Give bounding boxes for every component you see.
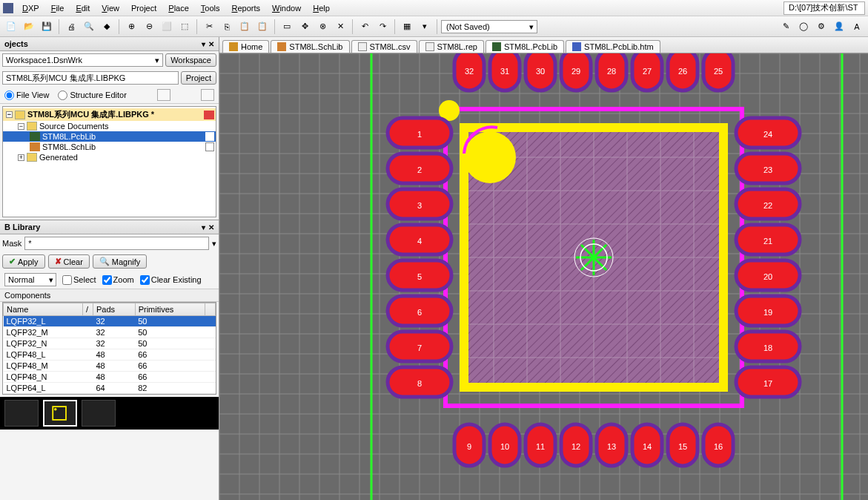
zoom-out-button[interactable]: ⊖	[141, 19, 157, 35]
panel-close-icon[interactable]: ✕	[208, 40, 214, 48]
project-tree[interactable]: − STM8L系列MCU 集成库.LIBPKG * − Source Docum…	[2, 106, 216, 217]
pad-24[interactable]: 24	[736, 118, 800, 148]
project-button[interactable]: Project	[181, 71, 216, 85]
zoom-select-button[interactable]: ⬚	[176, 19, 193, 35]
pad-23[interactable]: 23	[736, 154, 800, 183]
pad-1[interactable]: 1	[388, 118, 451, 148]
col-name[interactable]: Name	[4, 303, 83, 316]
pad-14[interactable]: 14	[632, 424, 662, 466]
pad-30[interactable]: 30	[526, 53, 555, 91]
tree-schlib[interactable]: STM8L.SchLib	[3, 142, 216, 152]
pad-16[interactable]: 16	[703, 424, 733, 466]
table-row[interactable]: LQFP64_L6482	[4, 383, 216, 394]
preview-button[interactable]: 🔍	[81, 19, 97, 35]
pad-5[interactable]: 5	[388, 260, 451, 290]
tab-stm8l-pcblib[interactable]: STM8L.PcbLib	[486, 40, 564, 53]
table-row[interactable]: LQFP48_M4866	[4, 361, 216, 372]
pad-13[interactable]: 13	[597, 424, 626, 466]
apply-button[interactable]: ✔Apply	[2, 254, 45, 269]
table-row[interactable]: LQFP48_L4866	[4, 349, 216, 361]
menu-window[interactable]: Window	[266, 2, 307, 14]
pad-11[interactable]: 11	[526, 424, 555, 466]
tab-stm8l-pcblib-htm[interactable]: STM8L.PcbLib.htm	[566, 40, 660, 53]
tool-pencil-button[interactable]: ✎	[778, 19, 794, 35]
pad-22[interactable]: 22	[736, 189, 800, 219]
undo-button[interactable]: ↶	[357, 19, 373, 35]
table-row[interactable]: LQFP32_M3250	[4, 327, 216, 338]
grid-button[interactable]: ▦	[399, 19, 415, 35]
tool-text-button[interactable]: A	[849, 19, 865, 35]
pad-4[interactable]: 4	[388, 225, 451, 254]
clear-button[interactable]: ✘Clear	[48, 254, 90, 269]
menu-reports[interactable]: Reports	[226, 2, 267, 14]
snap-combo[interactable]: (Not Saved)	[441, 20, 537, 33]
menu-view[interactable]: View	[96, 2, 125, 14]
menu-project[interactable]: Project	[125, 2, 162, 14]
menu-dxp[interactable]: DXP	[16, 2, 45, 14]
pad-21[interactable]: 21	[736, 225, 800, 254]
pad-28[interactable]: 28	[597, 53, 626, 91]
panel-tool-2[interactable]	[201, 89, 214, 101]
pad-20[interactable]: 20	[736, 260, 800, 290]
pad-2[interactable]: 2	[388, 154, 451, 183]
pad-32[interactable]: 32	[454, 53, 484, 91]
workspace-combo[interactable]: Workspace1.DsnWrk ▾	[2, 53, 163, 67]
pcb-canvas[interactable]: 1 2 3 4 5 6 7 8 24 23 22 21 20 19	[219, 53, 868, 500]
pad-6[interactable]: 6	[388, 296, 451, 326]
thumbnail-1[interactable]	[4, 400, 39, 427]
print-button[interactable]: 🖨	[63, 19, 79, 35]
new-button[interactable]: 📄	[3, 19, 19, 35]
paste-special-button[interactable]: 📋	[254, 19, 271, 35]
project-name-field[interactable]	[2, 71, 179, 85]
menu-tools[interactable]: Tools	[195, 2, 226, 14]
move-button[interactable]: ✥	[296, 19, 313, 35]
table-row[interactable]: LQFP32_N3250	[4, 338, 216, 349]
tree-source-docs[interactable]: − Source Documents	[3, 121, 216, 131]
workspace-button[interactable]: Workspace	[165, 53, 216, 67]
tree-generated[interactable]: + Generated	[3, 152, 216, 162]
pad-19[interactable]: 19	[736, 296, 800, 326]
clear-existing-checkbox[interactable]: Clear Existing	[140, 275, 202, 285]
pad-25[interactable]: 25	[703, 53, 733, 91]
cut-button[interactable]: ✂	[201, 19, 217, 35]
pad-27[interactable]: 27	[632, 53, 662, 91]
pad-3[interactable]: 3	[388, 189, 451, 219]
pad-9[interactable]: 9	[454, 424, 484, 466]
copy-button[interactable]: ⎘	[219, 19, 235, 35]
grid-dropdown-button[interactable]: ▾	[417, 19, 433, 35]
col-pads[interactable]: Pads	[93, 303, 135, 316]
thumbnail-2[interactable]	[43, 400, 77, 427]
tab-stm8l-schlib[interactable]: STM8L.SchLib	[271, 40, 349, 53]
select-rect-button[interactable]: ▭	[279, 19, 295, 35]
lib-panel-menu-icon[interactable]: ▾	[202, 223, 205, 231]
tab-home[interactable]: Home	[222, 40, 269, 53]
pad-10[interactable]: 10	[490, 424, 520, 466]
tool-button-1[interactable]: ◆	[99, 19, 115, 35]
pad-7[interactable]: 7	[388, 332, 451, 361]
tree-pcblib[interactable]: STM8L.PcbLib	[3, 131, 216, 142]
clear-button[interactable]: ✕	[332, 19, 348, 35]
tab-stm8l-csv[interactable]: STM8L.csv	[351, 40, 417, 53]
panel-tool-1[interactable]	[157, 89, 170, 101]
pad-26[interactable]: 26	[668, 53, 698, 91]
menu-edit[interactable]: Edit	[70, 2, 96, 14]
pad-29[interactable]: 29	[561, 53, 591, 91]
pad-31[interactable]: 31	[490, 53, 520, 91]
mask-input[interactable]	[24, 237, 209, 250]
paste-button[interactable]: 📋	[236, 19, 253, 35]
table-row[interactable]: LQFP32_L3250	[4, 316, 216, 327]
pad-8[interactable]: 8	[388, 367, 451, 397]
components-table[interactable]: Name / Pads Primitives LQFP32_L3250LQFP3…	[2, 302, 216, 395]
open-button[interactable]: 📂	[21, 19, 37, 35]
table-row[interactable]: LQFP48_N4866	[4, 372, 216, 383]
tree-root[interactable]: − STM8L系列MCU 集成库.LIBPKG *	[3, 108, 216, 121]
pad-12[interactable]: 12	[561, 424, 591, 466]
display-mode-combo[interactable]: Normal	[4, 273, 56, 286]
pad-17[interactable]: 17	[736, 367, 800, 397]
zoom-fit-button[interactable]: ⬜	[159, 19, 175, 35]
mask-dropdown-icon[interactable]: ▾	[212, 239, 216, 249]
zoom-checkbox[interactable]: Zoom	[102, 275, 134, 285]
tool-gear-button[interactable]: ⚙	[813, 19, 829, 35]
structure-editor-radio[interactable]: Structure Editor	[58, 91, 126, 100]
panel-menu-icon[interactable]: ▾	[202, 40, 205, 48]
